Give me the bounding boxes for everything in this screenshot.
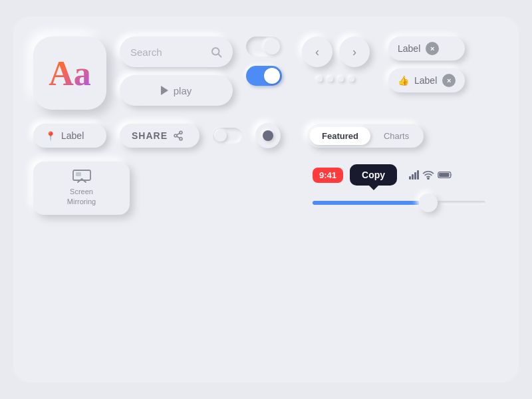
time-badge: 9:41 xyxy=(313,168,343,183)
dot-3[interactable] xyxy=(338,76,344,82)
segmented-control: Featured Charts xyxy=(307,124,424,148)
chip-label-2-text: Label xyxy=(414,75,437,86)
play-button[interactable]: play xyxy=(120,75,233,106)
toggle-knob-off xyxy=(264,39,280,55)
search-text: Search xyxy=(130,47,162,58)
svg-line-5 xyxy=(177,136,180,138)
toggle-off[interactable] xyxy=(246,37,282,57)
chip-close-2[interactable]: × xyxy=(442,74,456,87)
nav-prev-button[interactable]: ‹ xyxy=(302,37,332,67)
toggle-on[interactable] xyxy=(246,66,282,86)
share-pill[interactable]: SHARE xyxy=(120,124,200,148)
share-label: SHARE xyxy=(132,130,168,141)
close-icon-1: × xyxy=(430,45,434,53)
small-toggle-knob xyxy=(215,130,227,142)
copy-label: Copy xyxy=(362,170,385,180)
col3-toggles xyxy=(246,37,282,86)
play-icon xyxy=(161,86,168,95)
svg-rect-8 xyxy=(76,172,81,176)
svg-rect-11 xyxy=(439,173,449,177)
seg-featured[interactable]: Featured xyxy=(310,127,370,145)
pin-icon: 📍 xyxy=(45,131,56,141)
search-icon xyxy=(210,46,222,58)
nav-next-button[interactable]: › xyxy=(339,37,370,67)
toggle-knob-on xyxy=(264,68,280,84)
aa-label: Aa xyxy=(49,54,91,93)
chips-col: Label × 👍 Label × xyxy=(388,37,465,92)
play-label: play xyxy=(174,85,192,96)
app-icon: Aa xyxy=(33,37,106,110)
prev-icon: ‹ xyxy=(315,45,319,59)
row2: 📍 Label SHARE Featured Charts xyxy=(33,123,499,148)
main-canvas: Aa Search play xyxy=(13,17,519,382)
svg-line-1 xyxy=(218,54,221,57)
chip-close-1[interactable]: × xyxy=(426,42,439,55)
row1: Aa Search play xyxy=(33,37,499,110)
chip-label-2[interactable]: 👍 Label × xyxy=(388,68,465,92)
svg-point-9 xyxy=(428,178,429,179)
radio-inner xyxy=(263,130,273,141)
thumbs-up-icon: 👍 xyxy=(398,75,409,86)
col4-nav: ‹ › xyxy=(302,37,370,82)
nav-row: ‹ › xyxy=(302,37,370,67)
right-section: 9:41 Copy xyxy=(313,164,499,212)
label-pill[interactable]: 📍 Label xyxy=(33,124,106,148)
chip-label-1[interactable]: Label × xyxy=(388,37,465,61)
col2-inputs: Search play xyxy=(120,37,233,106)
next-icon: › xyxy=(352,45,356,59)
dot-1[interactable] xyxy=(317,76,323,82)
label-pill-text: Label xyxy=(61,130,84,141)
share-icon xyxy=(173,130,184,141)
close-icon-2: × xyxy=(447,76,451,84)
slider-row xyxy=(313,194,499,212)
slider-thumb-wrapper xyxy=(419,194,438,212)
svg-line-6 xyxy=(177,133,180,135)
chip-label-1-text: Label xyxy=(398,43,420,54)
battery-icon xyxy=(438,170,454,180)
screen-mirroring-icon xyxy=(72,170,91,183)
small-toggle[interactable] xyxy=(213,128,242,144)
dot-2[interactable] xyxy=(328,76,333,82)
wifi-icon xyxy=(422,170,434,180)
seg-charts[interactable]: Charts xyxy=(372,127,421,145)
status-row: 9:41 Copy xyxy=(313,164,499,186)
radio-dot[interactable] xyxy=(255,123,281,148)
screen-mirroring-card[interactable]: ScreenMirroring xyxy=(33,162,130,215)
signal-icon xyxy=(409,170,419,180)
dots-row xyxy=(317,76,354,82)
slider-thumb[interactable] xyxy=(419,194,438,212)
slider-fill xyxy=(313,201,419,205)
status-icons xyxy=(409,170,454,180)
row3: ScreenMirroring 9:41 Copy xyxy=(33,162,499,215)
search-bar[interactable]: Search xyxy=(120,37,233,67)
screen-mirroring-label: ScreenMirroring xyxy=(67,187,96,207)
dot-4[interactable] xyxy=(349,76,354,82)
slider-track xyxy=(438,201,485,205)
copy-tooltip[interactable]: Copy xyxy=(350,164,397,186)
